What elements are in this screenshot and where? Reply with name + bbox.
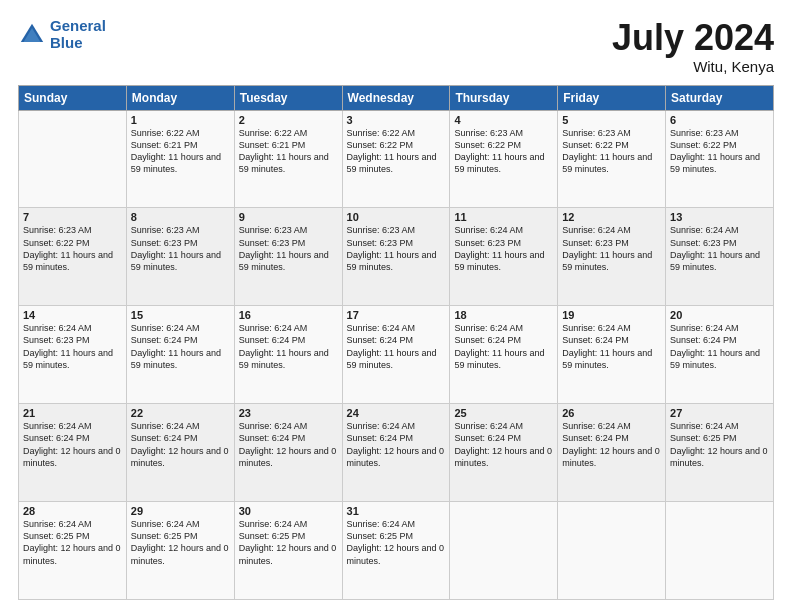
calendar-week-row: 1Sunrise: 6:22 AMSunset: 6:21 PMDaylight… bbox=[19, 110, 774, 208]
day-number: 3 bbox=[347, 114, 446, 126]
day-number: 7 bbox=[23, 211, 122, 223]
day-detail: Sunrise: 6:24 AMSunset: 6:25 PMDaylight:… bbox=[670, 421, 768, 467]
weekday-header-tuesday: Tuesday bbox=[234, 85, 342, 110]
calendar-cell: 18Sunrise: 6:24 AMSunset: 6:24 PMDayligh… bbox=[450, 306, 558, 404]
calendar-cell: 1Sunrise: 6:22 AMSunset: 6:21 PMDaylight… bbox=[126, 110, 234, 208]
calendar-cell: 20Sunrise: 6:24 AMSunset: 6:24 PMDayligh… bbox=[666, 306, 774, 404]
calendar-cell: 13Sunrise: 6:24 AMSunset: 6:23 PMDayligh… bbox=[666, 208, 774, 306]
calendar-cell: 26Sunrise: 6:24 AMSunset: 6:24 PMDayligh… bbox=[558, 404, 666, 502]
day-detail: Sunrise: 6:24 AMSunset: 6:23 PMDaylight:… bbox=[454, 225, 544, 271]
day-detail: Sunrise: 6:23 AMSunset: 6:22 PMDaylight:… bbox=[670, 128, 760, 174]
day-number: 26 bbox=[562, 407, 661, 419]
day-detail: Sunrise: 6:24 AMSunset: 6:24 PMDaylight:… bbox=[239, 421, 337, 467]
day-number: 8 bbox=[131, 211, 230, 223]
day-detail: Sunrise: 6:24 AMSunset: 6:24 PMDaylight:… bbox=[454, 421, 552, 467]
day-number: 11 bbox=[454, 211, 553, 223]
day-number: 4 bbox=[454, 114, 553, 126]
calendar-cell: 25Sunrise: 6:24 AMSunset: 6:24 PMDayligh… bbox=[450, 404, 558, 502]
page: General Blue July 2024 Witu, Kenya Sunda… bbox=[0, 0, 792, 612]
day-number: 29 bbox=[131, 505, 230, 517]
day-detail: Sunrise: 6:23 AMSunset: 6:23 PMDaylight:… bbox=[131, 225, 221, 271]
calendar-cell bbox=[558, 502, 666, 600]
logo-text: General Blue bbox=[50, 18, 106, 51]
month-year: July 2024 bbox=[612, 18, 774, 58]
day-number: 6 bbox=[670, 114, 769, 126]
day-number: 31 bbox=[347, 505, 446, 517]
calendar-cell: 24Sunrise: 6:24 AMSunset: 6:24 PMDayligh… bbox=[342, 404, 450, 502]
day-number: 12 bbox=[562, 211, 661, 223]
day-number: 25 bbox=[454, 407, 553, 419]
day-detail: Sunrise: 6:24 AMSunset: 6:23 PMDaylight:… bbox=[562, 225, 652, 271]
calendar-cell: 22Sunrise: 6:24 AMSunset: 6:24 PMDayligh… bbox=[126, 404, 234, 502]
day-number: 22 bbox=[131, 407, 230, 419]
weekday-header-monday: Monday bbox=[126, 85, 234, 110]
day-detail: Sunrise: 6:22 AMSunset: 6:22 PMDaylight:… bbox=[347, 128, 437, 174]
calendar-table: SundayMondayTuesdayWednesdayThursdayFrid… bbox=[18, 85, 774, 600]
calendar-cell: 7Sunrise: 6:23 AMSunset: 6:22 PMDaylight… bbox=[19, 208, 127, 306]
day-number: 28 bbox=[23, 505, 122, 517]
calendar-cell: 8Sunrise: 6:23 AMSunset: 6:23 PMDaylight… bbox=[126, 208, 234, 306]
title-block: July 2024 Witu, Kenya bbox=[612, 18, 774, 75]
day-detail: Sunrise: 6:23 AMSunset: 6:23 PMDaylight:… bbox=[239, 225, 329, 271]
day-number: 27 bbox=[670, 407, 769, 419]
calendar-cell: 21Sunrise: 6:24 AMSunset: 6:24 PMDayligh… bbox=[19, 404, 127, 502]
location: Witu, Kenya bbox=[612, 58, 774, 75]
day-detail: Sunrise: 6:24 AMSunset: 6:24 PMDaylight:… bbox=[562, 421, 660, 467]
day-detail: Sunrise: 6:24 AMSunset: 6:25 PMDaylight:… bbox=[131, 519, 229, 565]
day-detail: Sunrise: 6:24 AMSunset: 6:24 PMDaylight:… bbox=[670, 323, 760, 369]
day-number: 9 bbox=[239, 211, 338, 223]
weekday-header-saturday: Saturday bbox=[666, 85, 774, 110]
day-number: 20 bbox=[670, 309, 769, 321]
calendar-cell: 30Sunrise: 6:24 AMSunset: 6:25 PMDayligh… bbox=[234, 502, 342, 600]
weekday-header-sunday: Sunday bbox=[19, 85, 127, 110]
calendar-cell: 2Sunrise: 6:22 AMSunset: 6:21 PMDaylight… bbox=[234, 110, 342, 208]
day-detail: Sunrise: 6:24 AMSunset: 6:23 PMDaylight:… bbox=[23, 323, 113, 369]
day-detail: Sunrise: 6:23 AMSunset: 6:22 PMDaylight:… bbox=[562, 128, 652, 174]
day-detail: Sunrise: 6:22 AMSunset: 6:21 PMDaylight:… bbox=[131, 128, 221, 174]
day-detail: Sunrise: 6:24 AMSunset: 6:24 PMDaylight:… bbox=[562, 323, 652, 369]
day-detail: Sunrise: 6:24 AMSunset: 6:25 PMDaylight:… bbox=[239, 519, 337, 565]
weekday-header-row: SundayMondayTuesdayWednesdayThursdayFrid… bbox=[19, 85, 774, 110]
calendar-cell: 19Sunrise: 6:24 AMSunset: 6:24 PMDayligh… bbox=[558, 306, 666, 404]
calendar-cell: 15Sunrise: 6:24 AMSunset: 6:24 PMDayligh… bbox=[126, 306, 234, 404]
calendar-cell: 9Sunrise: 6:23 AMSunset: 6:23 PMDaylight… bbox=[234, 208, 342, 306]
logo-general: General bbox=[50, 17, 106, 34]
calendar-cell: 16Sunrise: 6:24 AMSunset: 6:24 PMDayligh… bbox=[234, 306, 342, 404]
calendar-cell: 31Sunrise: 6:24 AMSunset: 6:25 PMDayligh… bbox=[342, 502, 450, 600]
day-detail: Sunrise: 6:24 AMSunset: 6:25 PMDaylight:… bbox=[23, 519, 121, 565]
day-number: 21 bbox=[23, 407, 122, 419]
calendar-cell bbox=[450, 502, 558, 600]
day-number: 17 bbox=[347, 309, 446, 321]
calendar-cell: 14Sunrise: 6:24 AMSunset: 6:23 PMDayligh… bbox=[19, 306, 127, 404]
logo-icon bbox=[18, 21, 46, 49]
calendar-cell: 28Sunrise: 6:24 AMSunset: 6:25 PMDayligh… bbox=[19, 502, 127, 600]
day-number: 13 bbox=[670, 211, 769, 223]
day-detail: Sunrise: 6:22 AMSunset: 6:21 PMDaylight:… bbox=[239, 128, 329, 174]
calendar-cell: 17Sunrise: 6:24 AMSunset: 6:24 PMDayligh… bbox=[342, 306, 450, 404]
calendar-cell: 29Sunrise: 6:24 AMSunset: 6:25 PMDayligh… bbox=[126, 502, 234, 600]
day-detail: Sunrise: 6:24 AMSunset: 6:24 PMDaylight:… bbox=[23, 421, 121, 467]
calendar-week-row: 21Sunrise: 6:24 AMSunset: 6:24 PMDayligh… bbox=[19, 404, 774, 502]
calendar-cell: 12Sunrise: 6:24 AMSunset: 6:23 PMDayligh… bbox=[558, 208, 666, 306]
logo: General Blue bbox=[18, 18, 106, 51]
day-detail: Sunrise: 6:24 AMSunset: 6:25 PMDaylight:… bbox=[347, 519, 445, 565]
calendar-cell: 3Sunrise: 6:22 AMSunset: 6:22 PMDaylight… bbox=[342, 110, 450, 208]
calendar-week-row: 14Sunrise: 6:24 AMSunset: 6:23 PMDayligh… bbox=[19, 306, 774, 404]
day-detail: Sunrise: 6:24 AMSunset: 6:24 PMDaylight:… bbox=[454, 323, 544, 369]
day-detail: Sunrise: 6:24 AMSunset: 6:24 PMDaylight:… bbox=[347, 421, 445, 467]
day-number: 30 bbox=[239, 505, 338, 517]
day-number: 18 bbox=[454, 309, 553, 321]
calendar-cell: 11Sunrise: 6:24 AMSunset: 6:23 PMDayligh… bbox=[450, 208, 558, 306]
day-number: 16 bbox=[239, 309, 338, 321]
day-number: 14 bbox=[23, 309, 122, 321]
calendar-cell bbox=[666, 502, 774, 600]
header: General Blue July 2024 Witu, Kenya bbox=[18, 18, 774, 75]
logo-blue: Blue bbox=[50, 34, 83, 51]
day-detail: Sunrise: 6:24 AMSunset: 6:24 PMDaylight:… bbox=[131, 421, 229, 467]
day-detail: Sunrise: 6:23 AMSunset: 6:22 PMDaylight:… bbox=[23, 225, 113, 271]
calendar-cell: 23Sunrise: 6:24 AMSunset: 6:24 PMDayligh… bbox=[234, 404, 342, 502]
day-detail: Sunrise: 6:24 AMSunset: 6:24 PMDaylight:… bbox=[131, 323, 221, 369]
weekday-header-wednesday: Wednesday bbox=[342, 85, 450, 110]
calendar-cell: 27Sunrise: 6:24 AMSunset: 6:25 PMDayligh… bbox=[666, 404, 774, 502]
weekday-header-friday: Friday bbox=[558, 85, 666, 110]
